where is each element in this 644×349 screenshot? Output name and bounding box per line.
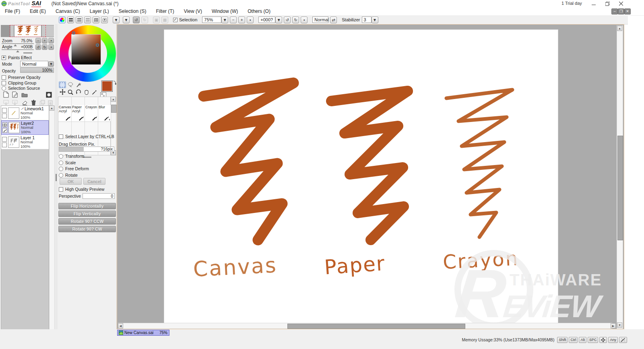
vertical-scrollbar-thumb[interactable]	[617, 136, 623, 240]
menu-file[interactable]: File (F)	[0, 8, 25, 15]
navigator-rotate-ccw-button[interactable]: ↺	[35, 44, 41, 50]
navigator-zoom-in-button[interactable]: +	[42, 38, 47, 43]
zoom-dropdown-button[interactable]: ▼	[221, 17, 228, 23]
rotate-view-tool[interactable]	[75, 89, 82, 95]
layer-paint-indicator-icon[interactable]	[2, 128, 7, 133]
hue-marker[interactable]	[72, 31, 75, 35]
rgb-slider-tab[interactable]	[67, 17, 74, 23]
layer-scroll-up-button[interactable]: ▲	[49, 105, 54, 111]
navigator-thumbnail[interactable]	[1, 25, 54, 37]
layer-mode-dropdown[interactable]: Normal	[20, 61, 48, 67]
paint-mode-box[interactable]: Normal	[312, 17, 328, 23]
ok-button[interactable]: OK	[60, 178, 82, 185]
color-wheel-tab[interactable]	[59, 17, 66, 23]
layer-row-linework1[interactable]: Linework1 Normal 100%	[1, 106, 49, 120]
stabilizer-value-box[interactable]: 3	[362, 17, 372, 23]
child-close-button[interactable]: ✕	[624, 8, 631, 14]
flip-view-button[interactable]: ⇄	[330, 17, 337, 23]
sv-marker[interactable]	[96, 43, 99, 47]
menu-others[interactable]: Others (O)	[243, 8, 275, 15]
rotate-radio[interactable]	[59, 173, 63, 178]
rotate-radio-row[interactable]: Rotate	[59, 173, 78, 178]
deselect-button[interactable]: ▣	[153, 17, 160, 23]
expand-icon[interactable]: +	[2, 56, 6, 60]
hsv-slider-tab[interactable]	[76, 17, 83, 23]
layer-mode-dropdown-button[interactable]: ▼	[48, 61, 54, 67]
navigator-angle-slider[interactable]	[2, 50, 34, 50]
preserve-opacity-row[interactable]: Preserve Opacity	[2, 75, 41, 80]
layer-visibility-toggle[interactable]	[2, 108, 7, 113]
flip-vertically-button[interactable]: Flip Vertically	[58, 211, 116, 217]
rotate-90-cw-button[interactable]: Rotate 90? CW	[58, 226, 116, 232]
menu-window[interactable]: Window (W)	[207, 8, 243, 15]
undo-button[interactable]: ↺	[133, 17, 140, 23]
cancel-button[interactable]: Cancel	[83, 178, 105, 185]
zoom-in-button[interactable]: +	[238, 17, 245, 23]
brush-paper-acryl[interactable]: Paper Acryl	[72, 105, 85, 121]
splitter-grip[interactable]	[56, 174, 57, 181]
perspective-input[interactable]: 0	[83, 193, 115, 199]
horizontal-scrollbar-thumb[interactable]	[287, 324, 465, 329]
canvas-horizontal-scrollbar[interactable]	[118, 323, 612, 329]
paints-effect-header[interactable]: + Paints Effect	[2, 55, 32, 60]
panel-options-dropdown[interactable]: ▼	[113, 17, 120, 23]
navigator-zoom-slider-thumb[interactable]	[14, 44, 17, 46]
angle-dropdown-button[interactable]: ▼	[275, 17, 282, 23]
scale-radio-row[interactable]: Scale	[59, 160, 76, 165]
free-deform-radio[interactable]	[59, 167, 63, 171]
angle-value-box[interactable]: +000?	[258, 17, 275, 23]
minimize-button[interactable]	[588, 0, 600, 7]
layer-mask-button[interactable]	[45, 91, 52, 98]
rotate-ccw-button[interactable]: ↺	[284, 17, 291, 23]
hq-preview-checkbox[interactable]	[59, 187, 63, 192]
scratchpad-tab[interactable]	[101, 17, 108, 23]
magic-wand-tool[interactable]	[75, 81, 82, 88]
brush-crayon[interactable]: Crayon	[85, 105, 98, 121]
layer-lock-toggle[interactable]	[2, 142, 7, 147]
menu-canvas[interactable]: Canvas (C)	[51, 8, 85, 15]
child-restore-button[interactable]: ❒	[618, 8, 624, 14]
new-linework-layer-button[interactable]	[11, 91, 19, 98]
navigator-zoom-slider[interactable]	[2, 43, 34, 44]
navigator-angle-reset-button[interactable]: ▪	[48, 44, 54, 50]
selection-source-radio[interactable]	[2, 86, 6, 91]
layer-row-layer1[interactable]: f f ? Layer 1 Normal 100%	[1, 135, 49, 149]
free-deform-radio-row[interactable]: Free Deform	[59, 166, 89, 171]
preserve-opacity-checkbox[interactable]	[2, 75, 6, 80]
flip-horizontally-button[interactable]: Flip Horizontally	[58, 203, 116, 209]
zoom-value-box[interactable]: 75%	[202, 17, 221, 23]
restore-button[interactable]	[601, 0, 613, 7]
opacity-slider[interactable]: 100%	[0, 68, 55, 73]
child-minimize-button[interactable]: –	[611, 8, 618, 14]
layer-visibility-toggle[interactable]	[2, 137, 7, 142]
selection-source-row[interactable]: Selection Source	[2, 86, 40, 91]
toolbar-menu-dropdown[interactable]: ▼	[123, 17, 130, 23]
layer-list-vertical-scrollbar[interactable]	[49, 105, 55, 336]
canvas-scroll-left-button[interactable]: ◀	[118, 323, 123, 328]
brush-scrollbar-thumb[interactable]	[111, 105, 117, 113]
layer-visibility-toggle-eye-icon[interactable]	[2, 122, 7, 127]
menu-edit[interactable]: Edit (E)	[25, 8, 51, 15]
zoom-tool[interactable]	[67, 89, 74, 95]
close-button[interactable]	[615, 0, 627, 7]
transform-radio[interactable]	[59, 154, 63, 159]
select-layer-ctrl-checkbox[interactable]	[59, 134, 63, 139]
clipping-group-checkbox[interactable]	[2, 81, 6, 85]
menu-filter[interactable]: Filter (T)	[151, 8, 179, 15]
rotate-90-ccw-button[interactable]: Rotate 90? CCW	[58, 218, 116, 225]
color-mixer-tab[interactable]	[84, 17, 91, 23]
navigator-zoom-out-button[interactable]: −	[35, 38, 41, 43]
menu-selection[interactable]: Selection (S)	[114, 8, 151, 15]
new-folder-button[interactable]	[21, 91, 28, 98]
new-layer-button[interactable]	[2, 91, 10, 98]
selection-checkbox[interactable]: ✓	[173, 18, 178, 22]
hq-preview-row[interactable]: High Quality Preview	[59, 187, 104, 192]
lasso-tool[interactable]	[67, 81, 74, 88]
rotate-cw-button[interactable]: ↻	[292, 17, 299, 23]
stabilizer-dropdown-button[interactable]: ▼	[372, 17, 378, 23]
brush-scroll-up-button[interactable]: ▲	[111, 97, 116, 102]
canvas-workspace[interactable]: Canvas Paper Crayon THAiWARE REViEW ◀ ▶ …	[117, 24, 624, 329]
select-layer-ctrl-row[interactable]: Select Layer by CTRL+LB	[59, 134, 114, 139]
menu-layer[interactable]: Layer (L)	[85, 8, 114, 15]
clipping-group-row[interactable]: Clipping Group	[2, 81, 36, 85]
